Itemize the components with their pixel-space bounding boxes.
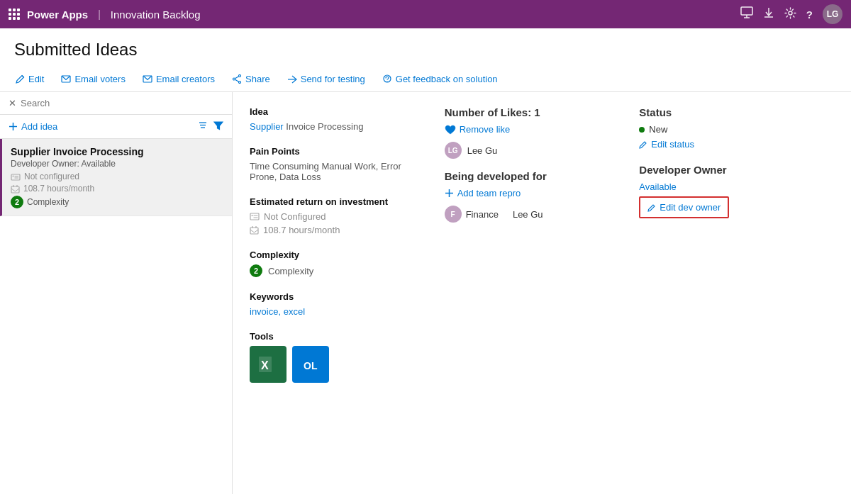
grid-menu-icon[interactable]: [9, 9, 20, 20]
svg-text:OL: OL: [304, 360, 318, 371]
dev-owner-header: Developer Owner: [639, 164, 834, 176]
roi-not-configured-row: Not Configured: [250, 211, 428, 222]
svg-point-11: [233, 78, 235, 80]
status-value-row: New: [639, 124, 834, 135]
status-value: New: [649, 124, 667, 135]
nav-separator: |: [98, 9, 101, 20]
dev-owner-section: Developer Owner Available Edit dev owner: [639, 164, 834, 218]
add-team-button[interactable]: Add team repro: [445, 188, 521, 198]
team-name: Finance: [466, 209, 499, 220]
hours-label: 108.7 hours/month: [23, 184, 94, 194]
send-testing-label: Send for testing: [301, 74, 365, 84]
toolbar: Edit Email voters Email creators Share S…: [0, 67, 851, 92]
remove-like-label: Remove like: [460, 124, 511, 135]
svg-line-12: [235, 77, 238, 79]
idea-rest: Invoice Processing: [284, 121, 364, 132]
outlook-tool-icon[interactable]: OL: [292, 346, 329, 383]
roi-section: Estimated return on investment Not Confi…: [250, 196, 428, 235]
team-row: F Finance Lee Gu: [445, 206, 623, 223]
get-feedback-label: Get feedback on solution: [396, 74, 498, 84]
detail-right-col: Status New Edit status Developer Owner A…: [639, 106, 834, 480]
svg-point-9: [239, 75, 241, 77]
add-idea-button[interactable]: Add idea: [9, 121, 194, 132]
svg-point-5: [789, 11, 792, 15]
detail-panel: Idea Supplier Invoice Processing Pain Po…: [233, 92, 851, 494]
status-header: Status: [639, 106, 834, 118]
svg-point-24: [13, 175, 14, 177]
svg-rect-0: [741, 7, 752, 15]
not-configured-label: Not configured: [24, 172, 79, 181]
being-developed-header: Being developed for: [445, 170, 623, 182]
send-testing-button[interactable]: Send for testing: [286, 71, 367, 87]
tools-label: Tools: [250, 331, 428, 342]
edit-status-button[interactable]: Edit status: [639, 139, 694, 150]
sidebar-filter-icons: [198, 121, 223, 133]
status-dot: [639, 127, 645, 133]
email-voters-label: Email voters: [74, 74, 126, 84]
svg-point-31: [252, 215, 253, 216]
tools-grid: X OL: [250, 346, 428, 383]
idea-label: Idea: [250, 106, 428, 117]
idea-list-item[interactable]: Supplier Invoice Processing Developer Ow…: [0, 139, 232, 216]
svg-line-13: [235, 79, 238, 82]
complexity-badge: 2: [11, 196, 23, 208]
user-avatar[interactable]: LG: [823, 4, 842, 24]
idea-link[interactable]: Supplier: [250, 121, 284, 132]
pain-points-label: Pain Points: [250, 146, 428, 157]
help-icon[interactable]: ?: [806, 9, 813, 21]
keywords-value[interactable]: invoice, excel: [250, 306, 428, 317]
voter-name: Lee Gu: [467, 145, 498, 156]
roi-hours-row: 108.7 hours/month: [250, 225, 428, 235]
filter-icon[interactable]: [213, 121, 223, 133]
likes-section: Number of Likes: 1 Remove like LG Lee Gu: [445, 106, 623, 159]
sidebar-actions: Add idea: [0, 115, 232, 139]
voter-row: LG Lee Gu: [445, 142, 623, 159]
main-layout: ✕ Add idea Supplier Invoice Processing D…: [0, 92, 851, 494]
complexity-value: Complexity: [268, 266, 313, 276]
roi-label: Estimated return on investment: [250, 196, 428, 207]
svg-rect-30: [250, 213, 259, 220]
status-section: Status New Edit status: [639, 106, 834, 150]
roi-hours: 108.7 hours/month: [263, 225, 340, 235]
team-member-leeGu: Lee Gu: [513, 209, 543, 220]
idea-subtitle: Developer Owner: Available: [11, 159, 223, 169]
add-team-label: Add team repro: [457, 188, 521, 198]
idea-value: Supplier Invoice Processing: [250, 121, 428, 132]
being-developed-section: Being developed for Add team repro F Fin…: [445, 170, 623, 223]
team-member-finance: F Finance: [445, 206, 499, 223]
remove-like-button[interactable]: Remove like: [445, 124, 511, 135]
monitor-icon[interactable]: [740, 6, 753, 22]
voter-avatar: LG: [445, 142, 462, 159]
svg-point-16: [386, 81, 387, 82]
complexity-value-row: 2 Complexity: [250, 264, 428, 277]
email-creators-button[interactable]: Email creators: [141, 71, 216, 87]
svg-text:X: X: [261, 359, 269, 371]
team-avatar: F: [445, 206, 462, 223]
get-feedback-button[interactable]: Get feedback on solution: [381, 71, 499, 87]
email-voters-button[interactable]: Email voters: [60, 71, 127, 87]
complexity-badge-detail: 2: [250, 264, 262, 277]
svg-rect-23: [11, 174, 20, 180]
complexity-label: Complexity: [250, 250, 428, 260]
email-creators-label: Email creators: [156, 74, 215, 84]
detail-left-col: Idea Supplier Invoice Processing Pain Po…: [250, 106, 445, 480]
hours-row: 108.7 hours/month: [11, 184, 223, 194]
edit-button[interactable]: Edit: [14, 71, 45, 87]
search-bar: ✕: [0, 92, 232, 115]
edit-label: Edit: [28, 74, 44, 84]
topbar: Power Apps | Innovation Backlog ? LG: [0, 0, 851, 28]
settings-icon[interactable]: [784, 7, 796, 22]
search-input[interactable]: [21, 98, 223, 108]
complexity-section: Complexity 2 Complexity: [250, 250, 428, 277]
idea-title: Supplier Invoice Processing: [11, 146, 223, 157]
share-button[interactable]: Share: [230, 71, 272, 87]
keywords-label: Keywords: [250, 291, 428, 302]
download-icon[interactable]: [763, 7, 774, 21]
close-search-icon[interactable]: ✕: [9, 98, 16, 108]
keywords-section: Keywords invoice, excel: [250, 291, 428, 317]
excel-tool-icon[interactable]: X: [250, 346, 287, 383]
idea-section: Idea Supplier Invoice Processing: [250, 106, 428, 132]
sort-icon[interactable]: [198, 121, 208, 133]
team-member-name: Lee Gu: [513, 209, 543, 220]
edit-dev-owner-button[interactable]: Edit dev owner: [639, 196, 729, 218]
